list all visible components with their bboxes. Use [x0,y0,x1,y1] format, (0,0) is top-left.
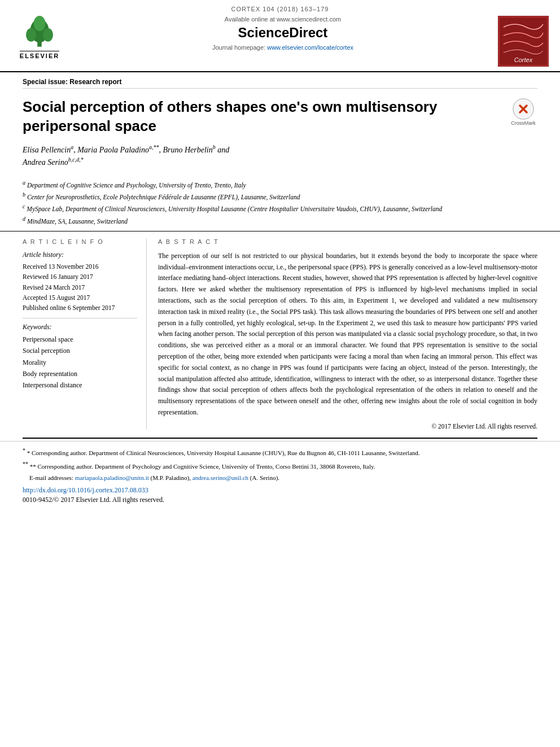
authors-line: Elisa Pellencina, Maria Paola Paladinoa,… [23,143,537,168]
email2-link[interactable]: andrea.serino@unil.ch [193,474,248,481]
keyword-1: Social perception [23,345,137,356]
svg-text:Cortex: Cortex [514,56,533,63]
affiliation-d: d MindMaze, SA, Lausanne, Switzerland [23,215,537,226]
bottom-separator [23,438,537,439]
crossmark-logo: CrossMark [509,98,537,126]
keywords-label: Keywords: [23,323,137,331]
history-accepted: Accepted 15 August 2017 [23,292,137,303]
abstract-header: A B S T R A C T [158,238,537,245]
abstract-col: A B S T R A C T The perception of our se… [158,238,537,430]
keyword-3: Body representation [23,368,137,379]
history-received: Received 13 November 2016 [23,261,137,272]
elsevier-tree-icon [23,16,56,50]
two-col-section: A R T I C L E I N F O Article history: R… [0,231,560,435]
journal-homepage-link[interactable]: www.elsevier.com/locate/cortex [267,44,353,51]
header-section: CORTEX 104 (2018) 163–179 ELSEVIER Avail… [0,0,560,72]
article-title: Social perception of others shapes one's… [23,98,501,136]
history-published: Published online 6 September 2017 [23,303,137,313]
page-wrapper: CORTEX 104 (2018) 163–179 ELSEVIER Avail… [0,0,560,747]
header-content: ELSEVIER Available online at www.science… [11,16,549,67]
crossmark-icon [512,98,535,120]
keyword-4: Interpersonal distance [23,379,137,391]
article-history-label: Article history: [23,251,137,259]
abstract-text: The perception of our self is not restri… [158,251,537,418]
history-revised: Revised 24 March 2017 [23,282,137,292]
available-online-text: Available online at www.sciencedirect.co… [79,16,487,23]
copyright-line: © 2017 Elsevier Ltd. All rights reserved… [158,423,537,430]
history-separator [23,318,137,318]
journal-homepage: Journal homepage: www.elsevier.com/locat… [79,44,487,51]
article-info-header: A R T I C L E I N F O [23,238,137,245]
history-reviewed: Reviewed 16 January 2017 [23,272,137,282]
article-info-col: A R T I C L E I N F O Article history: R… [23,238,147,430]
center-header: Available online at www.sciencedirect.co… [68,16,498,51]
doi-link[interactable]: http://dx.doi.org/10.1016/j.cortex.2017.… [23,486,148,494]
special-issue-section: Special issue: Research report [0,72,560,95]
affiliation-a: a Department of Cognitive Science and Ps… [23,178,537,190]
journal-line: CORTEX 104 (2018) 163–179 [11,6,549,12]
keyword-0: Peripersonal space [23,334,137,345]
and-word: and [217,145,229,154]
elsevier-wordmark: ELSEVIER [20,51,59,59]
cortex-cover-image: Cortex [498,16,549,67]
elsevier-logo: ELSEVIER [11,16,68,59]
svg-point-3 [43,28,53,42]
crossmark-label: CrossMark [511,120,536,126]
svg-point-2 [26,28,36,42]
footer-section: * * Corresponding author. Department of … [0,441,560,510]
authors-section: Elisa Pellencina, Maria Paola Paladinoa,… [0,141,560,176]
issn-line: 0010-9452/© 2017 Elsevier Ltd. All right… [23,496,537,504]
sciencedirect-title: ScienceDirect [79,25,487,41]
special-issue-label: Special issue: Research report [23,78,537,89]
keyword-2: Morality [23,357,137,368]
email1-link[interactable]: mariapaola.paladino@unitn.it [75,474,149,481]
svg-point-4 [34,16,46,31]
main-title-section: Social perception of others shapes one's… [0,95,560,141]
affiliation-b: b Center for Neuroprosthetics, Ecole Pol… [23,190,537,202]
doi-line: http://dx.doi.org/10.1016/j.cortex.2017.… [23,486,537,495]
affiliations-section: a Department of Cognitive Science and Ps… [0,176,560,231]
footnote-emails: E-mail addresses: mariapaola.paladino@un… [23,473,537,483]
affiliation-c: c MySpace Lab, Department of Clinical Ne… [23,202,537,214]
footnote-star2: ** ** Corresponding author. Department o… [23,460,537,471]
footnote-star1: * * Corresponding author. Department of … [23,446,537,458]
